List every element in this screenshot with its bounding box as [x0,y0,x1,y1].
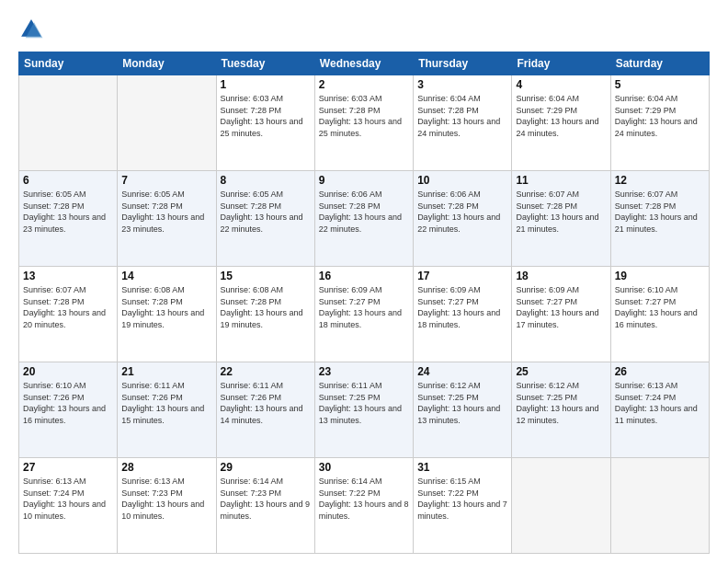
day-cell: 25Sunrise: 6:12 AMSunset: 7:25 PMDayligh… [512,362,610,458]
day-cell: 9Sunrise: 6:06 AMSunset: 7:28 PMDaylight… [314,171,413,267]
week-row-3: 13Sunrise: 6:07 AMSunset: 7:28 PMDayligh… [19,267,710,362]
day-number: 19 [615,270,705,282]
week-row-5: 27Sunrise: 6:13 AMSunset: 7:24 PMDayligh… [19,458,710,554]
day-cell: 18Sunrise: 6:09 AMSunset: 7:27 PMDayligh… [512,267,610,362]
day-cell: 21Sunrise: 6:11 AMSunset: 7:26 PMDayligh… [118,362,216,458]
day-cell: 6Sunrise: 6:05 AMSunset: 7:28 PMDaylight… [19,171,118,267]
day-cell: 5Sunrise: 6:04 AMSunset: 7:29 PMDaylight… [610,75,709,171]
weekday-header-thursday: Thursday [414,52,512,75]
day-number: 30 [319,461,409,474]
day-cell: 28Sunrise: 6:13 AMSunset: 7:23 PMDayligh… [118,458,216,554]
day-cell: 27Sunrise: 6:13 AMSunset: 7:24 PMDayligh… [19,458,118,554]
day-number: 28 [121,461,211,474]
day-number: 8 [221,174,311,187]
header [18,17,710,42]
day-number: 26 [615,365,705,378]
day-number: 3 [417,78,507,91]
day-info: Sunrise: 6:13 AMSunset: 7:24 PMDaylight:… [23,476,113,522]
day-info: Sunrise: 6:07 AMSunset: 7:28 PMDaylight:… [23,284,113,330]
day-info: Sunrise: 6:05 AMSunset: 7:28 PMDaylight:… [121,189,211,235]
logo-icon [18,17,44,42]
day-cell: 3Sunrise: 6:04 AMSunset: 7:28 PMDaylight… [414,75,512,171]
day-cell: 14Sunrise: 6:08 AMSunset: 7:28 PMDayligh… [118,267,216,362]
week-row-1: 1Sunrise: 6:03 AMSunset: 7:28 PMDaylight… [19,75,710,171]
day-info: Sunrise: 6:12 AMSunset: 7:25 PMDaylight:… [516,380,606,426]
day-number: 13 [23,270,113,282]
day-info: Sunrise: 6:09 AMSunset: 7:27 PMDaylight:… [417,284,507,330]
day-cell [118,75,216,171]
day-info: Sunrise: 6:07 AMSunset: 7:28 PMDaylight:… [615,189,705,235]
day-cell: 7Sunrise: 6:05 AMSunset: 7:28 PMDaylight… [118,171,216,267]
day-cell: 31Sunrise: 6:15 AMSunset: 7:22 PMDayligh… [414,458,512,554]
week-row-2: 6Sunrise: 6:05 AMSunset: 7:28 PMDaylight… [19,171,710,267]
day-number: 25 [516,365,606,378]
day-number: 1 [221,78,311,91]
weekday-header-row: SundayMondayTuesdayWednesdayThursdayFrid… [19,52,710,75]
day-info: Sunrise: 6:13 AMSunset: 7:24 PMDaylight:… [615,380,705,426]
day-info: Sunrise: 6:05 AMSunset: 7:28 PMDaylight:… [221,189,311,235]
day-number: 14 [121,270,211,282]
day-number: 7 [121,174,211,187]
day-number: 22 [221,365,311,378]
day-info: Sunrise: 6:15 AMSunset: 7:22 PMDaylight:… [417,476,507,522]
weekday-header-wednesday: Wednesday [314,52,413,75]
day-number: 21 [121,365,211,378]
day-info: Sunrise: 6:04 AMSunset: 7:29 PMDaylight:… [615,93,705,139]
day-number: 23 [319,365,409,378]
day-cell: 20Sunrise: 6:10 AMSunset: 7:26 PMDayligh… [19,362,118,458]
day-info: Sunrise: 6:04 AMSunset: 7:28 PMDaylight:… [417,93,507,139]
day-info: Sunrise: 6:09 AMSunset: 7:27 PMDaylight:… [516,284,606,330]
day-number: 29 [221,461,311,474]
day-info: Sunrise: 6:07 AMSunset: 7:28 PMDaylight:… [516,189,606,235]
day-cell: 23Sunrise: 6:11 AMSunset: 7:25 PMDayligh… [314,362,413,458]
day-info: Sunrise: 6:06 AMSunset: 7:28 PMDaylight:… [319,189,409,235]
weekday-header-friday: Friday [512,52,610,75]
day-info: Sunrise: 6:10 AMSunset: 7:26 PMDaylight:… [23,380,113,426]
page: SundayMondayTuesdayWednesdayThursdayFrid… [0,0,728,563]
day-info: Sunrise: 6:08 AMSunset: 7:28 PMDaylight:… [221,284,311,330]
day-cell: 8Sunrise: 6:05 AMSunset: 7:28 PMDaylight… [216,171,314,267]
day-info: Sunrise: 6:06 AMSunset: 7:28 PMDaylight:… [417,189,507,235]
day-info: Sunrise: 6:08 AMSunset: 7:28 PMDaylight:… [121,284,211,330]
day-number: 31 [417,461,507,474]
day-cell: 30Sunrise: 6:14 AMSunset: 7:22 PMDayligh… [314,458,413,554]
day-number: 17 [417,270,507,282]
day-cell: 13Sunrise: 6:07 AMSunset: 7:28 PMDayligh… [19,267,118,362]
day-number: 15 [221,270,311,282]
day-cell [512,458,610,554]
day-cell: 12Sunrise: 6:07 AMSunset: 7:28 PMDayligh… [610,171,709,267]
day-info: Sunrise: 6:03 AMSunset: 7:28 PMDaylight:… [221,93,311,139]
day-number: 12 [615,174,705,187]
day-info: Sunrise: 6:12 AMSunset: 7:25 PMDaylight:… [417,380,507,426]
day-cell: 22Sunrise: 6:11 AMSunset: 7:26 PMDayligh… [216,362,314,458]
day-info: Sunrise: 6:11 AMSunset: 7:25 PMDaylight:… [319,380,409,426]
day-cell: 15Sunrise: 6:08 AMSunset: 7:28 PMDayligh… [216,267,314,362]
day-number: 4 [516,78,606,91]
day-number: 20 [23,365,113,378]
logo [18,17,46,42]
day-info: Sunrise: 6:10 AMSunset: 7:27 PMDaylight:… [615,284,705,330]
weekday-header-monday: Monday [118,52,216,75]
day-number: 27 [23,461,113,474]
day-cell: 4Sunrise: 6:04 AMSunset: 7:29 PMDaylight… [512,75,610,171]
weekday-header-saturday: Saturday [610,52,709,75]
day-info: Sunrise: 6:14 AMSunset: 7:22 PMDaylight:… [319,476,409,522]
day-cell: 19Sunrise: 6:10 AMSunset: 7:27 PMDayligh… [610,267,709,362]
day-info: Sunrise: 6:03 AMSunset: 7:28 PMDaylight:… [319,93,409,139]
day-number: 10 [417,174,507,187]
day-number: 18 [516,270,606,282]
weekday-header-sunday: Sunday [19,52,118,75]
day-cell [19,75,118,171]
day-cell: 10Sunrise: 6:06 AMSunset: 7:28 PMDayligh… [414,171,512,267]
day-info: Sunrise: 6:05 AMSunset: 7:28 PMDaylight:… [23,189,113,235]
day-info: Sunrise: 6:09 AMSunset: 7:27 PMDaylight:… [319,284,409,330]
week-row-4: 20Sunrise: 6:10 AMSunset: 7:26 PMDayligh… [19,362,710,458]
weekday-header-tuesday: Tuesday [216,52,314,75]
day-number: 5 [615,78,705,91]
day-cell: 1Sunrise: 6:03 AMSunset: 7:28 PMDaylight… [216,75,314,171]
day-cell: 2Sunrise: 6:03 AMSunset: 7:28 PMDaylight… [314,75,413,171]
day-cell: 24Sunrise: 6:12 AMSunset: 7:25 PMDayligh… [414,362,512,458]
day-number: 2 [319,78,409,91]
day-cell: 11Sunrise: 6:07 AMSunset: 7:28 PMDayligh… [512,171,610,267]
calendar: SundayMondayTuesdayWednesdayThursdayFrid… [18,52,710,554]
